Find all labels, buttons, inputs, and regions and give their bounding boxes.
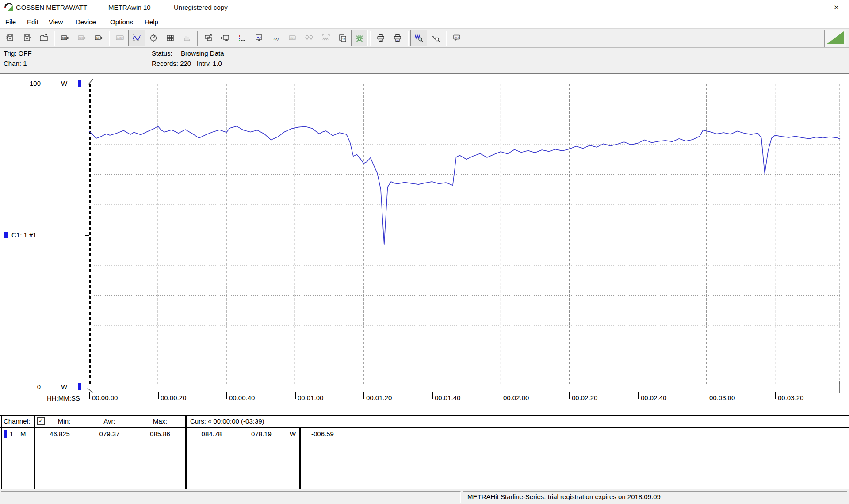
arrange-windows-button[interactable] [200, 30, 217, 46]
minimize-button[interactable]: — [757, 0, 782, 15]
col-channel-header: Channel: [4, 417, 30, 425]
chart-window: 100 W C1: 1.#1 0 W HH:MM:SS 00:00:0000:0… [0, 73, 849, 489]
lcd-display-321-button: 321 [284, 30, 301, 46]
read-device-m-button[interactable]: M [90, 30, 107, 46]
print-report-button[interactable] [372, 30, 389, 46]
save-data-file-button[interactable] [19, 30, 35, 46]
row-min-value: 46.825 [35, 430, 84, 438]
row-max-value: 085.86 [135, 430, 185, 438]
plot-area[interactable] [89, 84, 840, 386]
x-tick-label: 00:01:40 [435, 394, 460, 401]
open-data-file-button[interactable] [2, 30, 19, 46]
analog-meter-view-button[interactable] [145, 30, 162, 46]
close-button[interactable]: ✕ [824, 0, 849, 15]
device-monitor-icon [254, 34, 263, 42]
x-tick-mark [775, 392, 776, 399]
toolbar-separator [197, 31, 198, 46]
connection-indicator [824, 30, 846, 47]
channel-settings-icon [237, 34, 246, 42]
cursor-info-button[interactable]: 1/2 [448, 30, 465, 46]
print-report-icon [376, 34, 385, 42]
alarm-limits-icon [305, 34, 314, 42]
online-monitor-icon [221, 34, 229, 42]
x-tick-label: 00:03:20 [778, 394, 803, 401]
restore-button[interactable] [792, 0, 817, 15]
x-tick-mark [89, 392, 90, 399]
channel-visible-checkbox[interactable]: ✓ [37, 417, 45, 425]
y-min-unit: W [61, 383, 67, 390]
x-tick-label: 00:01:20 [366, 394, 392, 401]
menu-view[interactable]: View [46, 17, 65, 27]
col-cursor-header: Curs: « 00:00:00 (-03:39) [190, 417, 264, 425]
col-max-header: Max: [135, 417, 185, 425]
yt-chart-view-button[interactable] [128, 30, 145, 46]
x-tick-label: 00:00:00 [92, 394, 118, 401]
table-border [0, 415, 849, 416]
row-cursor-b-value: 078.19 [237, 430, 286, 438]
online-monitor-button[interactable] [217, 30, 233, 46]
restore-icon [802, 5, 807, 10]
metrawin-window: GOSSEN METRAWATT METRAwin 10 Unregistere… [0, 0, 849, 504]
print-chart-icon [393, 34, 402, 42]
x-tick-mark [501, 392, 501, 399]
clear-device-memory-icon: 321 [77, 34, 86, 42]
menu-edit[interactable]: Edit [24, 17, 41, 27]
x-tick-label: 00:00:20 [161, 394, 186, 401]
menu-help[interactable]: Help [142, 17, 161, 27]
row-cursor-b-unit: W [290, 430, 296, 438]
histogram-view-icon [183, 34, 191, 42]
alarm-limits-button [301, 30, 317, 46]
simulation-mode-button[interactable] [351, 30, 368, 46]
histogram-view-button [179, 30, 195, 46]
x-tick-mark [569, 392, 570, 399]
channel-marker [4, 232, 8, 238]
svg-text:321: 321 [79, 37, 84, 39]
x-tick-label: 00:03:00 [709, 394, 735, 401]
numeric-display-button: 1257 [111, 30, 128, 46]
channel-status: Chan: 1 [4, 60, 27, 67]
numeric-display-icon: 1257 [115, 34, 124, 42]
zoom-out-waveform-button[interactable] [427, 30, 444, 46]
menu-options[interactable]: Options [107, 17, 136, 27]
toolbar-separator [408, 31, 409, 46]
copy-data-button[interactable]: 12 [334, 30, 351, 46]
channel-settings-button[interactable] [233, 30, 250, 46]
svg-text:321: 321 [290, 36, 295, 39]
open-setup-button[interactable] [35, 30, 52, 46]
y-axis-mid-tick [85, 235, 89, 236]
formula-channel-button[interactable]: =f(x) [267, 30, 284, 46]
read-device-memory-button[interactable]: 321 [57, 30, 73, 46]
menu-device[interactable]: Device [73, 17, 99, 27]
app-logo-icon [4, 2, 14, 12]
device-monitor-button[interactable] [250, 30, 267, 46]
x-axis-format-label: HH:MM:SS [47, 394, 80, 402]
x-tick-label: 00:02:20 [572, 394, 597, 401]
svg-text:M: M [96, 36, 99, 40]
open-setup-icon [39, 34, 48, 42]
x-tick-label: 00:02:00 [503, 394, 529, 401]
toolbar-separator [446, 31, 447, 46]
channel1-trace [89, 126, 840, 245]
y-min-marker [78, 383, 81, 390]
toolbar-separator [370, 31, 371, 46]
x-tick-mark [363, 392, 364, 399]
trigger-settings-button [317, 30, 334, 46]
table-view-button[interactable] [162, 30, 179, 46]
toolbar: 321321M1257=f(x)321121/2 [0, 28, 849, 48]
menu-file[interactable]: File [3, 17, 19, 27]
lcd-display-321-icon: 321 [288, 34, 297, 42]
svg-text:=f(x): =f(x) [272, 37, 279, 41]
col-avr-header: Avr: [84, 417, 135, 425]
copy-data-icon: 12 [338, 34, 347, 42]
arrange-windows-icon [204, 34, 213, 42]
clear-device-memory-button: 321 [73, 30, 90, 46]
status-panel-left [1, 491, 461, 503]
row-cursor-a-value: 084.78 [187, 430, 237, 438]
x-tick-mark [295, 392, 296, 399]
zoom-in-waveform-button[interactable] [410, 30, 427, 46]
channel-label: C1: 1.#1 [11, 231, 37, 239]
print-chart-button[interactable] [389, 30, 406, 46]
title-bar: GOSSEN METRAWATT METRAwin 10 Unregistere… [0, 0, 849, 15]
x-tick-label: 00:00:40 [229, 394, 255, 401]
svg-text:12: 12 [342, 38, 345, 41]
